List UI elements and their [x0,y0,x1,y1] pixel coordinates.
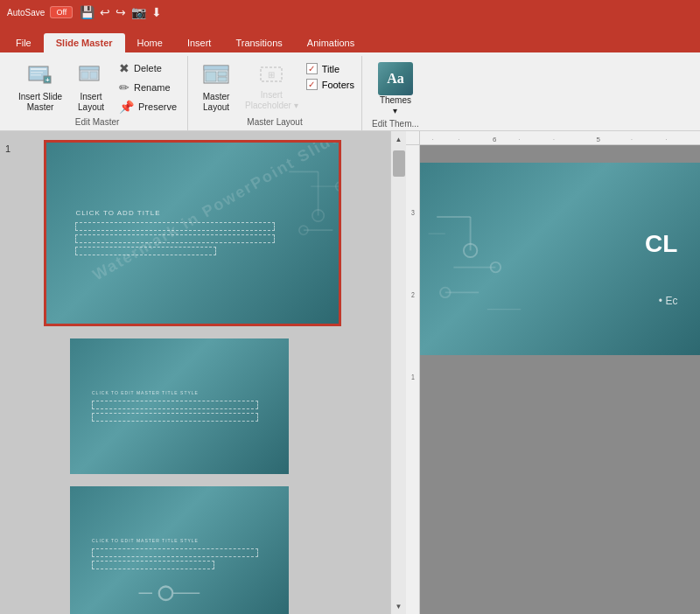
main-area: 1 CLICK TO ADD TITLE [0,131,700,614]
rename-icon: ✏ [119,80,130,94]
delete-button[interactable]: ✖ Delete [116,59,180,77]
title-checkbox-label: Title [322,64,340,74]
svg-rect-12 [206,72,216,81]
tab-insert[interactable]: Insert [175,33,224,52]
insert-layout-button[interactable]: InsertLayout [70,59,112,115]
ruler-vertical: 3 2 1 [406,145,420,614]
ribbon-group-edit-themes: Aa Themes▾ Edit Them... [362,56,429,130]
main-slide-preview: CL • Ec [420,163,700,355]
slide-3-title: CLICK TO EDIT MASTER TITLE STYLE [92,538,199,543]
more-icon[interactable]: ⬇ [151,5,162,19]
canvas-area: CL • Ec [420,145,700,614]
footers-checkbox-label: Footers [322,80,354,90]
dashed-box-3b [92,561,214,569]
slide-panel: 1 CLICK TO ADD TITLE [0,131,390,614]
canvas-circuit-svg [420,163,588,355]
svg-text:·: · [631,136,633,142]
right-panel: · · 6 · · 5 · · 3 2 1 [406,131,700,614]
insert-placeholder-label: InsertPlaceholder ▾ [245,90,298,111]
tab-home[interactable]: Home [125,33,175,52]
svg-rect-1 [31,68,46,70]
dashed-box-2a [92,401,258,409]
svg-text:1: 1 [411,373,415,381]
svg-text:·: · [666,136,668,142]
camera-icon[interactable]: 📷 [131,5,146,19]
svg-rect-8 [81,72,88,79]
ribbon-small-buttons: ✖ Delete ✏ Rename 📌 Preserve [116,59,180,115]
ruler-horizontal: · · 6 · · 5 · · [420,131,700,145]
slide-inner-2: CLICK TO EDIT MASTER TITLE STYLE [70,338,289,474]
preserve-label: Preserve [138,101,177,112]
master-layout-button[interactable]: MasterLayout [195,59,237,115]
ribbon-group-edit-master: + Insert SlideMaster InsertLayout [7,56,188,130]
delete-label: Delete [134,63,162,73]
svg-rect-9 [90,72,97,79]
dashed-box-3a [92,548,258,557]
themes-button[interactable]: Aa Themes▾ [369,59,422,119]
undo-icon[interactable]: ↩ [100,5,110,19]
svg-rect-3 [31,74,41,76]
svg-text:+: + [46,76,50,84]
master-layout-icon [202,62,230,90]
svg-text:6: 6 [493,135,497,143]
ribbon-group-edit-master-content: + Insert SlideMaster InsertLayout [14,56,180,117]
autosave-toggle[interactable]: Off [50,6,73,18]
slide-panel-scrollbar[interactable]: ▲ ▼ [390,131,406,614]
insert-placeholder-button[interactable]: ⊞ InsertPlaceholder ▾ [241,59,303,114]
edit-master-group-label: Edit Master [75,117,120,130]
scroll-track [391,147,406,598]
checkbox-group: ✓ Title ✓ Footers [306,59,354,90]
ribbon-tabs: File Slide Master Home Insert Transition… [0,24,700,52]
ribbon-group-master-layout-content: MasterLayout ⊞ InsertPlaceholder ▾ ✓ Tit… [195,56,354,117]
insert-slide-master-icon: + [26,62,54,90]
slide-2-title: CLICK TO EDIT MASTER TITLE STYLE [92,390,199,395]
rename-label: Rename [134,82,171,93]
redo-icon[interactable]: ↪ [116,5,126,19]
scroll-up-arrow[interactable]: ▲ [391,131,407,147]
insert-placeholder-icon: ⊞ [257,62,285,90]
ribbon-group-master-layout: MasterLayout ⊞ InsertPlaceholder ▾ ✓ Tit… [188,56,362,130]
canvas-slide-bullet: • Ec [659,295,678,307]
tab-file[interactable]: File [4,33,44,52]
footers-checkbox[interactable]: ✓ [306,79,318,90]
save-icon[interactable]: 💾 [80,5,94,19]
svg-text:·: · [553,136,555,142]
footers-checkbox-item[interactable]: ✓ Footers [306,79,354,90]
insert-layout-label: InsertLayout [78,92,104,113]
tab-slide-master[interactable]: Slide Master [44,33,125,52]
svg-rect-11 [204,66,228,70]
svg-rect-7 [80,66,99,70]
scroll-down-arrow[interactable]: ▼ [391,598,407,614]
scroll-thumb[interactable] [393,150,405,177]
tab-transitions[interactable]: Transitions [223,33,294,52]
title-bar-left: AutoSave Off [7,6,73,18]
title-checkbox-item[interactable]: ✓ Title [306,63,354,74]
tab-animations[interactable]: Animations [295,33,367,52]
sub-slides-area: CLICK TO EDIT MASTER TITLE STYLE CLICK T… [44,338,382,614]
slide-inner-3: CLICK TO EDIT MASTER TITLE STYLE [70,486,289,614]
edit-themes-group-label: Edit Them... [372,119,419,132]
themes-label: Themes▾ [380,95,411,116]
slide-thumb-2[interactable]: CLICK TO EDIT MASTER TITLE STYLE [70,338,289,474]
title-bar-icons: 💾 ↩ ↪ 📷 ⬇ [80,5,162,19]
canvas-with-ruler: 3 2 1 [406,145,700,614]
slide-number-1: 1 [5,143,10,154]
preserve-button[interactable]: 📌 Preserve [116,98,180,115]
svg-rect-27 [424,131,700,145]
slide-thumb-3[interactable]: CLICK TO EDIT MASTER TITLE STYLE [70,486,289,614]
ruler-corner [406,131,420,145]
circuit-svg-3 [136,573,223,614]
canvas-slide-title: CL [645,230,677,258]
master-layout-label: MasterLayout [203,92,230,113]
insert-slide-master-button[interactable]: + Insert SlideMaster [14,59,66,115]
svg-rect-13 [218,72,227,76]
title-checkbox[interactable]: ✓ [306,63,318,74]
ruler-top-row: · · 6 · · 5 · · [406,131,700,145]
svg-text:·: · [432,136,434,142]
slide-thumb-1[interactable]: CLICK TO ADD TITLE Watermark in Power [44,140,341,326]
rename-button[interactable]: ✏ Rename [116,79,180,96]
title-bar: AutoSave Off 💾 ↩ ↪ 📷 ⬇ [0,0,700,24]
svg-point-24 [159,586,173,600]
slide-1-title-text: CLICK TO ADD TITLE [75,209,160,217]
preserve-icon: 📌 [119,100,134,114]
